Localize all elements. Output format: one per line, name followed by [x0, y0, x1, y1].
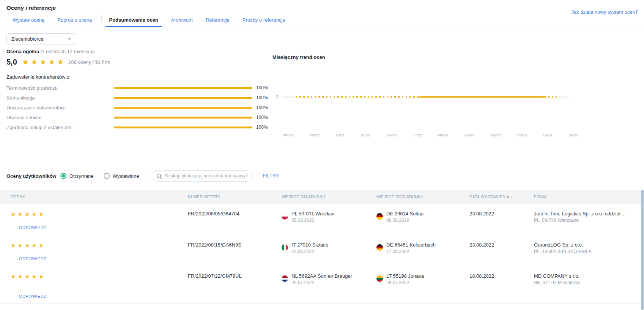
flag-lt-icon: [376, 275, 383, 282]
x-tick: Paź'21: [309, 133, 320, 137]
bar: [114, 107, 252, 109]
x-tick: Sty'22: [387, 133, 397, 137]
x-tick: Lip'22: [543, 133, 553, 137]
radio-issued-label: Wystawione: [113, 173, 139, 179]
overall-score: 5,0: [6, 58, 17, 66]
satisfaction-bar-row: Dbałość o towar 100%: [6, 112, 272, 122]
unloading-place: DE 29614 Soltau: [386, 211, 424, 217]
tab-referencje[interactable]: Referencje: [202, 15, 233, 27]
loading-date: 26.07.2022: [291, 280, 352, 285]
chart-title: Miesięczny trend ocen: [272, 54, 592, 60]
offer-number: FR/2022/08/05/G64704: [188, 211, 282, 235]
reply-button[interactable]: ODPOWIEDZ: [19, 294, 46, 299]
issue-date: 23.08.2022: [469, 211, 534, 235]
tab-popros-o-ocene[interactable]: Poproś o ocenę: [54, 15, 96, 27]
line-segment-solid: [419, 96, 544, 98]
table-row[interactable]: ★★★★★ FR/2022/07/22/GM79UL NL 5692AA Son…: [0, 266, 644, 304]
chevron-down-icon: ▼: [68, 37, 71, 41]
col-miejsce-zaladunku[interactable]: MIEJSCE ZAŁADUNKU: [282, 195, 376, 199]
bar-label: Komunikacja: [6, 95, 114, 101]
col-firma[interactable]: FIRMA: [534, 195, 644, 199]
star-rating-icons: ★★★★★: [11, 211, 188, 218]
overall-label: Ocena ogólna: [6, 49, 39, 54]
role-dropdown[interactable]: Zleceniobiorca ▼: [6, 33, 76, 44]
rating-cell: ★★★★★: [11, 242, 188, 266]
unloading-place-cell: LT 55198 Jonava 28.07.2022: [376, 273, 469, 304]
unloading-place-cell: DE 65451 Kelsterbach 17.08.2022: [376, 242, 469, 266]
company-address: SK, 071 01 Michalovce: [534, 280, 644, 285]
company-address: PL, 43-300 BIELSKO-BIAŁA: [534, 249, 644, 254]
y-axis-tick: 5: [266, 95, 282, 99]
radio-issued[interactable]: Wystawione: [104, 173, 139, 179]
vertical-scrollbar[interactable]: [641, 190, 644, 310]
loading-place: IT 27010 Siziano: [291, 242, 328, 248]
radio-circle-icon: [104, 173, 110, 179]
tab-wystaw-ocene[interactable]: Wystaw ocenę: [9, 15, 48, 27]
page-title: Oceny i referencje: [6, 5, 56, 11]
loading-place-cell: PL 50-001 Wrocław 05.08.2022: [282, 211, 376, 235]
x-tick: Mar'22: [438, 133, 448, 137]
search-icon: [156, 173, 162, 179]
bar: [114, 87, 252, 89]
sort-desc-icon: ↓: [510, 195, 513, 199]
tab-podsumowanie-ocen[interactable]: Podsumowanie ocen: [105, 15, 162, 27]
ratings-table: OCENY NUMER OFERTY MIEJSCE ZAŁADUNKU MIE…: [0, 190, 644, 310]
loading-place: PL 50-001 Wrocław: [291, 211, 334, 217]
loading-place-cell: IT 27010 Siziano 16.08.2022: [282, 242, 376, 266]
company-name: Just In Time Logistics Sp. z o.o. oddzia…: [534, 211, 644, 217]
loading-date: 05.08.2022: [291, 218, 334, 223]
rating-summary: Ocena ogólna (z ostatnich 12 miesięcy) 5…: [6, 49, 272, 132]
col-miejsce-rozladunku[interactable]: MIEJSCE ROZŁADUNKU: [376, 195, 469, 199]
col-data-wystawienia[interactable]: DATA WYSTAWIENIA ↓: [469, 195, 534, 199]
unloading-place-cell: DE 29614 Soltau 08.08.2022: [376, 211, 469, 235]
table-row[interactable]: ★★★★★ FR/2022/08/15/GA6N9S IT 27010 Sizi…: [0, 235, 644, 266]
satisfaction-bar-row: Dostarczanie dokumentów 100%: [6, 103, 272, 112]
bar: [114, 127, 252, 128]
company-cell: MD COMPANY s.r.o. SK, 071 01 Michalovce: [534, 273, 644, 304]
loading-place-cell: NL 5692AA Son en Breugel 26.07.2022: [282, 273, 376, 304]
issue-date: 23.08.2022: [469, 242, 534, 266]
col-data-label: DATA WYSTAWIENIA: [469, 195, 509, 199]
help-link[interactable]: Jak działa nowy system ocen?: [571, 9, 638, 15]
col-oceny[interactable]: OCENY: [11, 195, 188, 199]
filters-button[interactable]: FILTRY: [263, 173, 279, 179]
reply-button[interactable]: ODPOWIEDZ: [19, 225, 46, 230]
bar-label: Terminowość przewozu: [6, 85, 114, 91]
line-segment-gray: [559, 96, 569, 98]
reply-button[interactable]: ODPOWIEDZ: [19, 256, 46, 261]
x-tick: Cze'22: [517, 133, 527, 137]
trend-line: [282, 96, 569, 98]
tab-prosby-o-referencje[interactable]: Prośby o referencje: [239, 15, 289, 27]
bar-label: Dbałość o towar: [6, 115, 114, 120]
company-name: MD COMPANY s.r.o.: [534, 273, 644, 279]
issue-date: 18.08.2022: [469, 273, 534, 304]
line-segment-dotted: [296, 96, 419, 98]
flag-de-icon: [376, 213, 383, 220]
unloading-date: 08.08.2022: [386, 218, 424, 223]
company-name: GroundLOG Sp. z o.o.: [534, 242, 644, 248]
loading-place: NL 5692AA Son en Breugel: [291, 273, 352, 279]
radio-received[interactable]: Otrzymane: [60, 173, 94, 179]
x-axis-labels: Wrz'21 Paź'21 Lis'21 Gru'21 Sty'22 Lut'2…: [283, 133, 578, 137]
user-ratings-title: Oceny użytkowników: [6, 173, 60, 179]
table-row[interactable]: ★★★★★ FR/2022/08/05/G64704 PL 50-001 Wro…: [0, 204, 644, 235]
user-ratings-controls: Oceny użytkowników Otrzymane Wystawione …: [6, 170, 279, 182]
search-input[interactable]: [165, 173, 248, 179]
col-numer-oferty[interactable]: NUMER OFERTY: [188, 195, 282, 199]
search-box[interactable]: [151, 170, 253, 182]
x-tick: Wrz'21: [283, 133, 293, 137]
x-tick: Lut'22: [413, 133, 422, 137]
line-segment-gray: [282, 96, 296, 98]
x-tick: Kwi'22: [464, 133, 474, 137]
score-line: 5,0 ★★★★★ 108 oceny / 93 firm: [6, 58, 272, 66]
flag-de-icon: [376, 244, 383, 251]
unloading-date: 17.08.2022: [386, 249, 436, 254]
monthly-trend-chart: Miesięczny trend ocen 5 Wrz'21 Paź'21 Li…: [266, 54, 592, 142]
tab-archiwum[interactable]: Archiwum: [167, 15, 197, 27]
bar: [114, 117, 252, 119]
overall-period: (z ostatnich 12 miesięcy): [41, 49, 95, 54]
radio-received-label: Otrzymane: [69, 173, 94, 179]
x-tick: Maj'22: [491, 133, 501, 137]
ratings-count: 108 oceny / 93 firm: [68, 59, 110, 65]
star-rating-icons: ★★★★★: [11, 273, 188, 280]
